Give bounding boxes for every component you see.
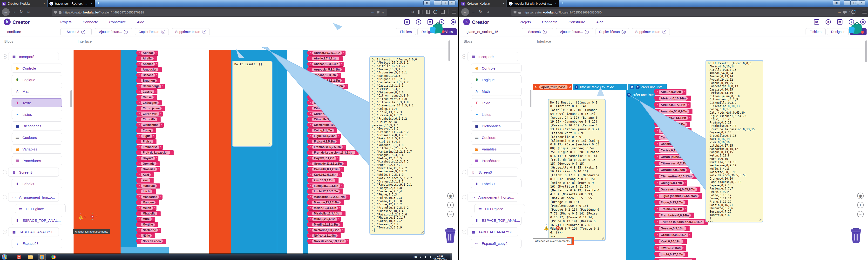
text-block-value[interactable]: Abricot,0,10,14\n — [659, 96, 688, 101]
kodular-logo[interactable]: k — [4, 18, 10, 25]
text-block[interactable]: “Brugnon,13,3,2.2\n” — [308, 78, 345, 83]
screen-selector[interactable]: Screen3▾ — [60, 28, 92, 35]
text-block-value[interactable]: Fraise,0,6,11\n — [659, 207, 684, 211]
text-block-value[interactable]: Citron jaune,0,3,9\n — [659, 155, 691, 159]
text-block-value[interactable]: Grenade,11.2,3,2.2\n — [312, 162, 344, 165]
text-block-value[interactable]: Goyave — [141, 156, 155, 160]
text-block[interactable]: “Aucun,0,0,0\n” — [655, 89, 686, 95]
text-block-value[interactable]: Citron jaune,3,1,0\n — [312, 106, 343, 110]
text-block[interactable]: “Groseille,0,8,15\n” — [655, 232, 692, 237]
text-block-value[interactable]: kiwi,10,3,4.2\n — [312, 178, 335, 182]
text-block-value[interactable]: Goyave,0,7,15\n — [659, 226, 686, 231]
create-list-block-label[interactable]: ? créer une liste — [627, 91, 654, 98]
text-block-value[interactable]: Canneberge — [141, 84, 161, 88]
text-block-value[interactable]: Nèfle,4,2.5,1.9\n — [312, 234, 338, 237]
pocket-icon[interactable] — [441, 10, 445, 14]
sidebar-item-arrangement[interactable]: − ▭ Arrangement_horizo... — [467, 193, 518, 202]
text-block-value[interactable]: Litchi — [141, 189, 152, 193]
expander-icon[interactable]: − — [462, 170, 466, 174]
text-block[interactable]: “Mangue” — [137, 200, 159, 205]
error-icon[interactable]: ✕ — [90, 215, 94, 219]
list-block-stripe[interactable] — [121, 50, 137, 248]
text-block[interactable]: “Mûre” — [137, 217, 155, 221]
menu-construire[interactable]: Construire — [109, 20, 126, 24]
text-block-value[interactable]: Nectarine,9,3,2.2\n — [312, 228, 341, 232]
text-block-value[interactable]: kiwi — [141, 178, 150, 182]
text-block-value[interactable]: Mûre,9,2.5,4.1\n — [312, 217, 337, 221]
text-block[interactable]: “Goyave” — [137, 156, 158, 160]
create-list-block-body[interactable] — [626, 90, 655, 260]
taskbar-firefox[interactable] — [38, 254, 46, 260]
forward-button[interactable]: → — [11, 9, 17, 14]
tracking-shield-icon[interactable] — [514, 11, 517, 14]
text-block-value[interactable]: kiwi,0,10,16\n — [659, 246, 683, 250]
text-block-value[interactable]: Aucun,0,0,0\n — [659, 90, 683, 94]
text-block-value[interactable]: Myrtille,11,3,2.2\n — [312, 223, 340, 227]
text-block-value[interactable]: Airelle,8.7,1,2.1\n — [312, 57, 339, 61]
view-designer[interactable]: Designer — [827, 28, 849, 35]
show-desktop-button[interactable] — [450, 254, 452, 260]
error-down-icon[interactable]: ▼ — [91, 219, 93, 221]
text-block[interactable]: “Mirabelle” — [137, 211, 161, 216]
text-block[interactable]: “Melon,12,3,4.5\n” — [308, 206, 341, 211]
customize-icon[interactable]: ⚙ — [411, 10, 415, 14]
text-block-value[interactable]: Châtaigne,8,3,0\n — [312, 101, 340, 105]
menu-connecte[interactable]: Connecte — [542, 20, 557, 24]
text-block-value[interactable]: Citrouille,3,3,1.8\n — [312, 117, 341, 121]
text-block[interactable]: “Myrtille” — [137, 222, 158, 227]
trash-icon[interactable] — [849, 227, 863, 243]
account-icon[interactable] — [851, 10, 856, 14]
text-block[interactable]: “Châtaigne” — [137, 100, 162, 105]
text-block[interactable]: “Litchi” — [137, 189, 156, 194]
text-block[interactable]: “Figue,13,3,2.3\n” — [308, 134, 341, 139]
text-block[interactable]: “Melon” — [137, 206, 156, 211]
text-block-value[interactable]: Coing — [141, 128, 153, 133]
help-icon[interactable]: ? — [636, 85, 640, 89]
tab-close-icon[interactable]: ✕ — [555, 2, 557, 5]
sidebar-item-espace-top[interactable]: ▮ ESPACE_TOP_ANAL... — [11, 216, 62, 225]
text-block[interactable]: “Figue (séchée),0,54,75\n” — [655, 193, 702, 198]
expander-icon[interactable]: − — [3, 195, 7, 199]
error-down-icon[interactable]: ▼ — [557, 230, 559, 232]
text-block[interactable]: “Fraise,0,6,11\n” — [655, 206, 687, 212]
text-block[interactable]: “Cerise,0,13,19\n” — [655, 148, 689, 153]
sidebar-item-math[interactable]: Λ Math — [471, 87, 522, 96]
text-block-value[interactable]: Melon,12,3,4.5\n — [312, 206, 338, 210]
text-block[interactable]: “Canneberge,0,8,13\n” — [655, 135, 696, 140]
text-block-value[interactable]: Kaki,16,2.5,2.5\n — [312, 173, 338, 177]
show-warnings-tooltip[interactable]: Afficher les avertissements — [73, 229, 110, 234]
text-block-value[interactable]: Mirabelle — [141, 212, 157, 216]
tab-preview-button[interactable]: ▣ — [833, 0, 840, 5]
new-tab-button[interactable]: + — [562, 1, 564, 5]
text-block-value[interactable]: Fruit de la passion — [141, 151, 170, 155]
text-block[interactable]: “Mangue,13,3,2.4\n” — [308, 200, 344, 205]
page-actions-icon[interactable]: ⋯ — [371, 10, 375, 14]
customize-icon[interactable]: ⚙ — [844, 10, 848, 14]
text-block-value[interactable]: Cassis,0,10,15\n — [659, 142, 687, 146]
text-block-value[interactable]: Myrtille — [141, 223, 155, 227]
new-tab-button[interactable]: + — [97, 1, 100, 5]
page-actions-icon[interactable]: ⋯ — [838, 10, 841, 14]
shield-icon[interactable] — [377, 11, 379, 14]
variable-name[interactable]: ajout_fruit_base — [539, 85, 567, 89]
doit-result-balloon-paren[interactable]: Do It Result: (((Aucun 0 0 0) (Abricot 0… — [548, 99, 606, 241]
sidebar-item-dictionaries[interactable]: ▤ Dictionaries — [11, 121, 62, 131]
text-block-value[interactable]: Groseille,8,1,2.1\n — [312, 167, 340, 171]
text-block-value[interactable]: Figue — [141, 134, 152, 138]
text-block-value[interactable]: Citron vert,0,2,9\n — [659, 161, 689, 165]
menu-aide[interactable]: Aide — [596, 20, 603, 24]
text-block[interactable]: “Nèfle” — [137, 233, 155, 238]
text-block-value[interactable]: Banane — [141, 73, 155, 77]
text-block[interactable]: “Citron jaune,3,1,0\n” — [308, 106, 346, 111]
sidebar-item-dictionaries[interactable]: ▤ Dictionaries — [471, 121, 522, 131]
text-block[interactable]: “Fruit de la passion,0,13,15\n” — [655, 219, 708, 225]
sidebar-item-incorpore[interactable]: − ▦ Incorporé — [8, 52, 59, 61]
text-block-value[interactable]: Canneberge,8,1,2.2\n — [312, 84, 345, 88]
text-block[interactable]: “Nèfle,4,2.5,1.9\n” — [308, 233, 341, 238]
minimize-button[interactable]: — — [434, 0, 441, 5]
sidebar-item-controle[interactable]: ◉ Contrôle — [11, 64, 62, 73]
text-block-value[interactable]: Nèfle — [141, 234, 152, 237]
warning-up-icon[interactable]: ▲ — [80, 213, 82, 215]
reload-button[interactable]: ↻ — [478, 9, 484, 14]
text-block[interactable]: “Airelle” — [137, 56, 157, 61]
